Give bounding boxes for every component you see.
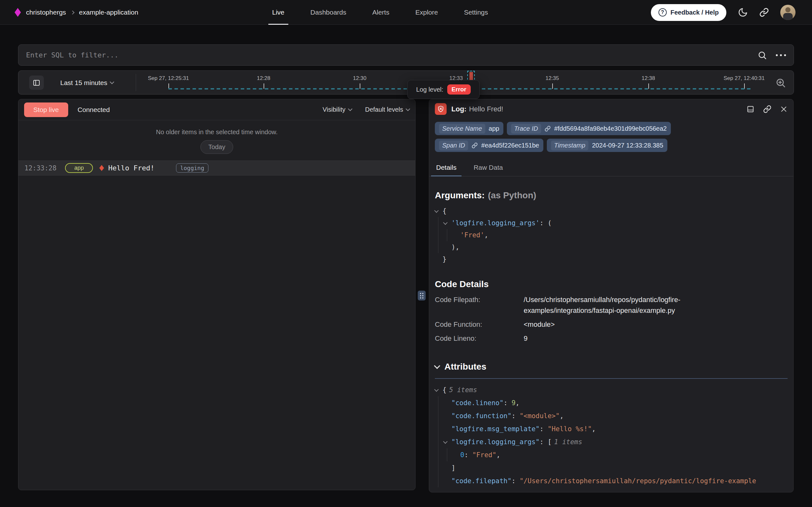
code-token-key: "logfire.logging_args" [451, 438, 540, 446]
collapse-chevron-icon[interactable] [434, 362, 440, 369]
detail-tabs: Details Raw Data [429, 160, 793, 176]
timeline-tick: 12:28 [232, 75, 295, 81]
link-icon [545, 126, 551, 132]
today-button[interactable]: Today [200, 140, 233, 154]
kv-value: <module> [524, 319, 555, 330]
empty-window-message: No older items in the selected time wind… [18, 128, 415, 136]
main-nav: Live Dashboards Alerts Explore Settings [272, 0, 488, 25]
time-range-dropdown[interactable]: Last 15 minutes [60, 71, 114, 95]
detail-title-text: Hello Fred! [469, 105, 503, 113]
badge-value: 2024-09-27 12:33:28.385 [592, 142, 663, 149]
sql-filter-input[interactable] [26, 51, 757, 59]
breadcrumb-org[interactable]: christophergs [26, 9, 66, 16]
badge-value: app [489, 125, 499, 132]
logfire-logo-icon[interactable] [15, 8, 21, 17]
code-tree-line: ] [435, 461, 788, 474]
sidebar-toggle-button[interactable] [29, 75, 44, 90]
log-row[interactable]: 12:33:28 app Hello Fred! logging [18, 161, 415, 175]
dark-mode-toggle[interactable] [738, 7, 748, 17]
attributes-code-tree: {5 items"code.lineno": 9,"code.function"… [435, 383, 788, 487]
collapse-chevron-icon[interactable] [435, 388, 442, 392]
code-token-punc: : [464, 451, 472, 459]
collapse-chevron-icon[interactable] [444, 440, 451, 444]
error-shield-icon [435, 103, 447, 115]
service-name-badge: Service Name app [435, 122, 503, 135]
code-details-heading: Code Details [435, 279, 788, 289]
stop-live-button[interactable]: Stop live [24, 103, 68, 117]
log-row-time: 12:33:28 [24, 164, 56, 172]
panel-resize-handle[interactable] [418, 291, 426, 300]
more-options-icon[interactable] [776, 54, 786, 56]
breadcrumb-project[interactable]: example-application [79, 9, 138, 16]
copy-link-button[interactable] [763, 105, 771, 113]
code-token-str: "Hello %s!" [548, 425, 591, 433]
code-tree-line: ), [435, 241, 788, 253]
tab-explore[interactable]: Explore [415, 0, 438, 25]
code-token-punc: } [442, 256, 447, 263]
attributes-divider [435, 378, 788, 379]
trace-id-badge[interactable]: Trace ID #fdd5694a8fa98eb4e301d99ebc056e… [507, 122, 671, 135]
badge-label: Service Name [439, 124, 485, 133]
detail-header: Log:Hello Fred! [435, 103, 788, 115]
indent-guide [447, 229, 456, 241]
arguments-heading: Arguments:(as Python) [435, 190, 788, 201]
code-tree-line: "code.filepath": "/Users/christophersami… [435, 474, 788, 487]
panel-left-icon [33, 79, 40, 87]
code-token-punc: : [503, 399, 511, 407]
chevron-down-icon [406, 107, 410, 111]
dock-panel-button[interactable] [746, 105, 755, 113]
code-token-key: "logfire.msg_template" [451, 425, 540, 433]
question-circle-icon: ? [659, 8, 667, 16]
code-token-key: "code.filepath" [451, 477, 512, 485]
default-levels-dropdown[interactable]: Default levels [365, 106, 410, 113]
visibility-dropdown[interactable]: Visibility [323, 106, 352, 113]
code-token-punc: : ( [540, 219, 552, 227]
kv-label: Code Filepath: [435, 294, 524, 316]
search-icon[interactable] [757, 50, 767, 60]
collapse-chevron-icon[interactable] [444, 221, 451, 225]
collapse-chevron-icon[interactable] [435, 209, 442, 213]
indent-guide [438, 409, 447, 422]
tab-settings[interactable]: Settings [464, 0, 488, 25]
span-id-badge[interactable]: Span ID #ea4d5f226ec151be [435, 138, 543, 152]
tab-raw-data[interactable]: Raw Data [472, 160, 504, 176]
user-avatar[interactable] [780, 5, 796, 20]
log-level-tooltip: Log level: Error [407, 80, 480, 99]
timeline-tick-end: Sep 27, 12:40:31 [712, 75, 776, 81]
error-level-badge: Error [447, 84, 471, 95]
tab-live[interactable]: Live [272, 0, 285, 25]
code-tree-line: 0: "Fred", [435, 448, 788, 461]
attributes-header[interactable]: Attributes [435, 362, 788, 372]
close-panel-button[interactable] [780, 105, 788, 113]
indent-guide [438, 422, 447, 435]
chevron-down-icon [110, 79, 114, 84]
default-levels-label: Default levels [365, 106, 403, 113]
log-row-tag: logging [176, 163, 208, 173]
code-token-punc: , [560, 412, 564, 420]
tab-dashboards[interactable]: Dashboards [311, 0, 347, 25]
code-tree-line: } [435, 253, 788, 265]
code-tree-line: 'Fred', [435, 229, 788, 241]
code-function-row: Code Function: <module> [435, 319, 788, 330]
code-token-key: 'logfire.logging_args' [451, 219, 540, 227]
live-logs-panel: Stop live Connected Visibility Default l… [18, 99, 416, 490]
zoom-in-button[interactable] [773, 75, 789, 91]
tab-alerts[interactable]: Alerts [372, 0, 389, 25]
code-token-punc: ] [451, 464, 455, 472]
code-tree-line: "logfire.logging_args": [1 items [435, 435, 788, 448]
code-filepath-row: Code Filepath: /Users/christophersamiull… [435, 294, 788, 316]
share-link-button[interactable] [759, 8, 769, 17]
code-token-punc: , [592, 425, 596, 433]
badge-row-2: Span ID #ea4d5f226ec151be Timestamp 2024… [435, 138, 788, 152]
close-icon [780, 105, 788, 113]
code-token-punc: : [512, 477, 519, 485]
tooltip-label: Log level: [416, 86, 443, 93]
code-token-key: "code.lineno" [451, 399, 503, 407]
arguments-code-tree: {'logfire.logging_args': ('Fred',),} [435, 205, 788, 265]
code-token-punc: : [ [540, 438, 552, 446]
log-detail-panel: Log:Hello Fred! Service Name app Trace I… [429, 99, 794, 492]
tab-details[interactable]: Details [435, 160, 458, 176]
feedback-help-button[interactable]: ? Feedback / Help [651, 4, 726, 21]
code-token-meta: 5 items [449, 386, 477, 394]
service-name-pill: app [65, 163, 93, 173]
